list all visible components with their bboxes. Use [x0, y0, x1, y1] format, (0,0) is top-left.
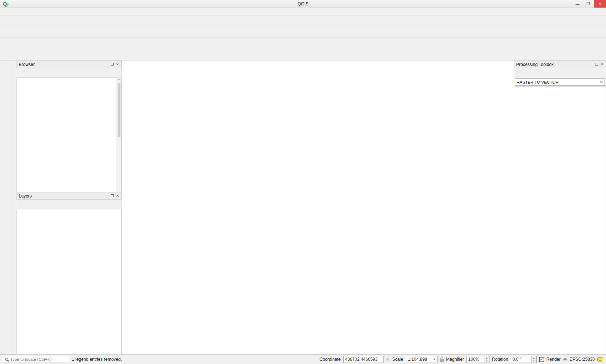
close-panel-icon[interactable]: ✕	[116, 194, 119, 198]
toolbar-row-3	[0, 37, 606, 48]
toolbar-row-1	[0, 16, 606, 26]
browser-scrollbar[interactable]: ▲	[117, 78, 121, 192]
map-canvas[interactable]	[122, 61, 514, 354]
maximize-button[interactable]: ❐	[583, 0, 594, 8]
status-message: 1 legend entries removed.	[72, 357, 122, 362]
crs-globe-icon: ⊕	[563, 357, 567, 362]
toolbox-search-input[interactable]: RASTER TO VECTOR ⊗	[515, 78, 605, 86]
toolbar-row-4	[0, 48, 606, 61]
browser-panel: Browser ❐ ✕ ▲	[16, 61, 122, 192]
scale-label: Scale	[392, 357, 403, 362]
magnifier-value: 100%	[467, 357, 484, 362]
magnifier-label: Magnifier	[446, 357, 464, 362]
toolbox-search-text: RASTER TO VECTOR	[517, 80, 558, 84]
menu-bar	[0, 8, 606, 16]
search-icon	[5, 358, 8, 361]
window-title: QGIS	[0, 1, 606, 6]
scale-value: 1:104.898	[406, 357, 431, 362]
layers-panel-title: Layers	[19, 194, 32, 199]
title-bar: Q◤ QGIS — ❐ ✕	[0, 0, 606, 8]
locate-input[interactable]	[10, 357, 67, 361]
coordinate-value: 436702,4466593	[344, 357, 383, 362]
rotation-label: Rotation	[492, 357, 508, 362]
rotation-spinner[interactable]: 0.0 ° ▲▼	[511, 356, 537, 363]
manage-layers-toolbar	[0, 61, 16, 354]
scale-combo[interactable]: 1:104.898 ▼	[406, 356, 438, 363]
rotation-value: 0.0 °	[511, 357, 531, 362]
spinner-buttons[interactable]: ▲▼	[531, 356, 536, 363]
processing-toolbox-panel: Processing Toolbox ❐ ✕ RASTER TO VECTOR …	[514, 61, 606, 354]
rasterized-map-image	[133, 74, 505, 329]
minimize-button[interactable]: —	[572, 0, 583, 8]
layers-panel: Layers ❐ ✕	[16, 192, 122, 354]
float-panel-icon[interactable]: ❐	[595, 62, 598, 66]
locate-search[interactable]	[3, 356, 69, 363]
render-checkbox[interactable]: ✓	[539, 357, 544, 362]
close-button[interactable]: ✕	[594, 0, 606, 8]
float-panel-icon[interactable]: ❐	[111, 194, 114, 198]
spinner-buttons[interactable]: ▲▼	[484, 356, 489, 363]
lock-scale-icon[interactable]	[440, 359, 444, 362]
coordinate-input[interactable]: 436702,4466593	[343, 356, 384, 363]
epsg-button[interactable]: EPSG:25830	[570, 357, 595, 362]
clear-search-icon[interactable]: ⊗	[600, 80, 603, 84]
extent-toggle-icon[interactable]: ✛	[386, 357, 390, 362]
messages-icon[interactable]	[597, 357, 603, 361]
float-panel-icon[interactable]: ❐	[111, 62, 114, 66]
toolbox-title: Processing Toolbox	[516, 62, 554, 67]
toolbar-row-2	[0, 26, 606, 37]
close-panel-icon[interactable]: ✕	[116, 62, 119, 66]
close-panel-icon[interactable]: ✕	[601, 62, 603, 66]
status-bar: 1 legend entries removed. Coordinate 436…	[0, 354, 606, 364]
render-label: Render	[546, 357, 561, 362]
coordinate-label: Coordinate	[320, 357, 341, 362]
chevron-down-icon: ▼	[431, 356, 437, 363]
browser-panel-title: Browser	[19, 62, 35, 67]
magnifier-spinner[interactable]: 100% ▲▼	[466, 356, 489, 363]
